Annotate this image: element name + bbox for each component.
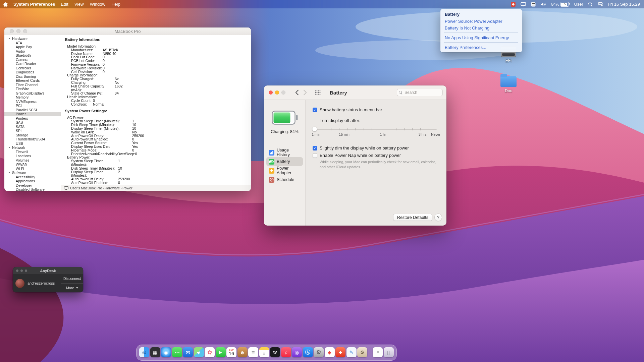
show-all-grid-icon[interactable] [315,90,321,95]
sidebar-item-volumes[interactable]: Volumes [4,158,61,163]
close-button[interactable] [269,90,273,95]
control-center-icon[interactable] [598,2,603,6]
app-menu-title[interactable]: System Preferences [13,2,55,7]
dock-document-icon[interactable]: ≡ [373,347,383,357]
sidebar-item-accessibility[interactable]: Accessibility [4,175,61,179]
dock-messages-icon[interactable]: … [172,347,182,357]
sidebar-item-graphics-displays[interactable]: Graphics/Displays [4,91,61,96]
sidebar-item-apple-pay[interactable]: Apple Pay [4,45,61,49]
prefs-toolbar[interactable]: Battery [264,85,446,100]
sidebar-group-software[interactable]: Software [4,171,61,175]
sidebar-item-parallel-scsi[interactable]: Parallel SCSI [4,108,61,112]
menu-window[interactable]: Window [90,2,105,7]
slider-track[interactable] [315,129,437,130]
search-field[interactable] [397,89,443,96]
power-source-status[interactable]: Power Source: Power Adapter [440,18,522,24]
sidebar-item-ethernet-cards[interactable]: Ethernet Cards [4,78,61,83]
sidebar-item-audio[interactable]: Audio [4,49,61,54]
sidebar-item-applications[interactable]: Applications [4,179,61,183]
power-nap-checkbox[interactable] [313,153,317,158]
nav-schedule[interactable]: Schedule [266,175,303,184]
menu-view[interactable]: View [74,2,84,7]
disclosure-triangle-icon[interactable] [8,38,10,39]
sysinfo-titlebar[interactable]: MacBook Pro [4,27,251,35]
forward-button[interactable] [303,89,307,96]
dock-tv-icon[interactable]: tv [270,347,280,357]
sidebar-item-nvmexpress[interactable]: NVMExpress [4,100,61,104]
dock-blue-app-icon[interactable]: ✎ [346,347,357,357]
dock-reminders-icon[interactable]: ≣ [248,347,258,357]
dock-podcasts-icon[interactable]: ◎ [292,347,302,357]
dock-photos-icon[interactable]: ✿ [205,347,215,357]
minimize-button[interactable] [275,90,279,95]
nav-battery[interactable]: Battery [266,157,303,166]
energy-usage-status[interactable]: No Apps Using Significant Energy [440,34,522,41]
sidebar-item-sas[interactable]: SAS [4,120,61,125]
spotlight-icon[interactable] [588,2,593,6]
sidebar-item-wi-fi[interactable]: Wi-Fi [4,167,61,171]
nav-power-adapter[interactable]: Power Adapter [266,166,303,175]
more-button[interactable]: More [61,283,83,293]
display-off-slider[interactable] [315,127,437,132]
disclosure-triangle-icon[interactable] [8,172,10,173]
sidebar-item-spi[interactable]: SPI [4,129,61,133]
sidebar-item-ata[interactable]: ATA [4,41,61,45]
anydesk-titlebar[interactable]: AnyDesk [13,267,83,274]
menu-bar-clock[interactable]: Fri 16 Sep 15.29 [608,2,640,7]
sidebar-item-card-reader[interactable]: Card Reader [4,62,61,66]
battery-preferences-item[interactable]: Battery Preferences... [440,44,522,51]
menu-help[interactable]: Help [111,2,120,7]
sidebar-item-disabled-software[interactable]: Disabled Software [4,187,61,191]
dock-system-preferences-icon[interactable]: ⚙ [314,347,324,357]
back-button[interactable] [295,89,299,96]
help-button[interactable]: ? [434,214,442,221]
apple-menu-icon[interactable] [3,2,8,7]
breadcrumb-item[interactable]: User's MacBook Pro [70,186,102,190]
dock-mail-icon[interactable]: ✉ [183,347,193,357]
sidebar-item-camera[interactable]: Camera [4,58,61,62]
disconnect-button[interactable]: Disconnect [61,274,83,283]
dock-contacts-icon[interactable]: ☻ [237,347,248,357]
dock-music-icon[interactable]: ♫ [281,347,291,357]
restore-defaults-button[interactable]: Restore Defaults [393,214,432,221]
dock-launchpad-icon[interactable]: ▦ [150,347,160,357]
sidebar-item-disc-burning[interactable]: Disc Burning [4,74,61,79]
dock-red-app-icon[interactable]: ◆ [335,347,345,357]
input-source-icon[interactable] [531,2,536,7]
battery-status[interactable]: 84% [551,2,569,7]
dock-beige-app-icon[interactable]: ⚙ [357,347,367,357]
dock-anydesk-icon[interactable]: ◆ [325,347,335,357]
display-status-icon[interactable] [521,2,526,6]
dock-calendar-icon[interactable]: SEP16 [226,347,236,357]
dock-trash-icon[interactable]: ▯ [384,347,394,357]
sidebar-group-network[interactable]: Network [4,145,61,150]
search-input[interactable] [404,90,441,95]
sidebar-item-wwan[interactable]: WWAN [4,162,61,167]
breadcrumb-item[interactable]: Power [122,186,132,190]
sidebar-item-firewire[interactable]: FireWire [4,87,61,91]
dock-notes-icon[interactable]: ≡ [259,347,269,357]
dock-maps-icon[interactable]: ▶ [194,347,204,357]
zoom-button[interactable] [281,90,285,95]
sidebar-item-printers[interactable]: Printers [4,116,61,121]
dock-finder-icon[interactable]: ☺ [139,347,149,357]
sidebar-item-pci[interactable]: PCI [4,104,61,108]
sidebar-group-hardware[interactable]: Hardware [4,37,61,41]
dock-facetime-icon[interactable]: ▶ [216,347,226,357]
sidebar-item-bluetooth[interactable]: Bluetooth [4,53,61,58]
charging-status[interactable]: Battery Is Not Charging [440,24,522,31]
sidebar-item-developer[interactable]: Developer [4,183,61,188]
dim-display-checkbox[interactable] [313,146,317,150]
sidebar-item-storage[interactable]: Storage [4,133,61,137]
anydesk-status-icon[interactable] [511,2,516,7]
sidebar-item-controller[interactable]: Controller [4,66,61,70]
breadcrumb-item[interactable]: Hardware [105,186,120,190]
dock-app-store-icon[interactable]: Ⓐ [303,347,313,357]
menu-edit[interactable]: Edit [61,2,68,7]
show-battery-status-checkbox[interactable] [313,108,317,112]
nav-usage-history[interactable]: Usage History [266,148,303,157]
dock-safari-icon[interactable]: ◉ [161,347,171,357]
sidebar-item-power[interactable]: Power [4,112,61,116]
sidebar-item-diagnostics[interactable]: Diagnostics [4,70,61,74]
sidebar-item-usb[interactable]: USB [4,141,61,146]
